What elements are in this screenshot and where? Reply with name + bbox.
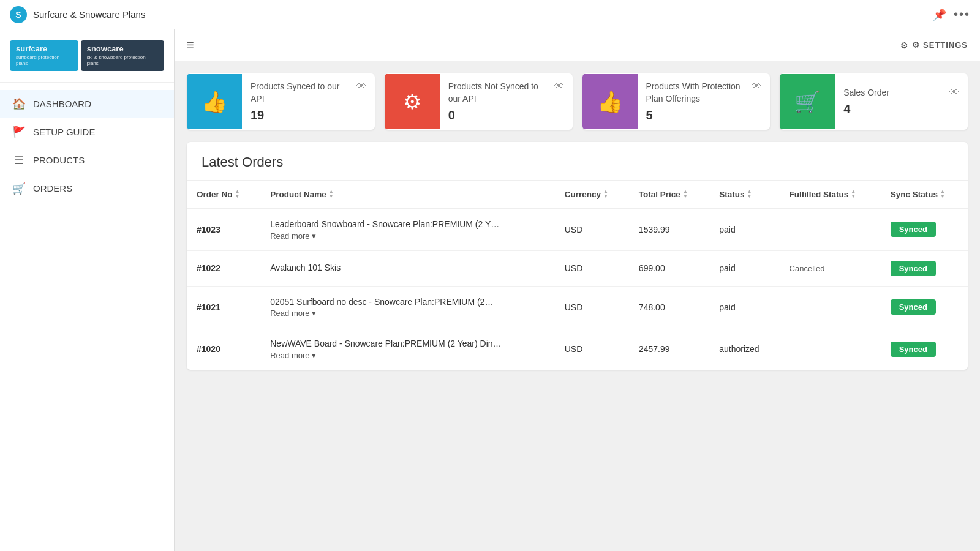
stat-value-not-synced: 0	[448, 108, 564, 122]
top-bar: S Surfcare & Snowcare Plans 📌 •••	[0, 0, 980, 29]
brand-logos: surfcare surfboard protection plans snow…	[10, 40, 164, 71]
cell-currency-0: USD	[555, 208, 629, 250]
cell-fulfilled-3	[780, 328, 881, 370]
orders-icon: 🛒	[12, 182, 26, 195]
table-row: #1020 NewWAVE Board - Snowcare Plan:PREM…	[187, 328, 968, 370]
sort-icon-fulfilled: ▲▼	[851, 189, 856, 199]
cell-fulfilled-2	[780, 286, 881, 328]
setup-guide-icon: 🚩	[12, 126, 26, 139]
pin-icon[interactable]: 📌	[933, 8, 946, 21]
cell-status-0: paid	[709, 208, 779, 250]
app-logo: S	[10, 6, 27, 23]
table-row: #1023 Leaderboard Snowboard - Snowcare P…	[187, 208, 968, 250]
stat-title-protection: Products With Protection Plan Offerings	[646, 81, 748, 105]
main-layout: surfcare surfboard protection plans snow…	[0, 29, 980, 551]
eye-icon-synced[interactable]: 👁	[356, 81, 366, 92]
sidebar-item-label-products: PRODUCTS	[33, 155, 85, 165]
read-more-link-0[interactable]: Read more ▾	[270, 231, 316, 241]
cell-sync-status-3: Synced	[881, 328, 968, 370]
table-header-row: Order No ▲▼ Product Name ▲▼	[187, 181, 968, 208]
surfcare-logo: surfcare surfboard protection plans	[10, 40, 78, 71]
more-menu-icon[interactable]: •••	[954, 7, 970, 21]
stat-icon-synced: 👍	[187, 74, 242, 129]
cell-currency-2: USD	[555, 286, 629, 328]
cell-product-name-3: NewWAVE Board - Snowcare Plan:PREMIUM (2…	[260, 328, 554, 370]
cell-sync-status-2: Synced	[881, 286, 968, 328]
sidebar-item-products[interactable]: ☰ PRODUCTS	[0, 146, 174, 174]
top-bar-actions: 📌 •••	[933, 7, 970, 21]
stat-title-not-synced: Products Not Synced to our API	[448, 81, 551, 105]
stat-card-not-synced: ⚙ Products Not Synced to our API 👁 0	[385, 73, 573, 130]
synced-badge-3: Synced	[891, 342, 936, 357]
snowcare-logo: snowcare ski & snowboard protection plan…	[81, 40, 164, 71]
synced-badge-0: Synced	[891, 222, 936, 237]
cell-status-1: paid	[709, 250, 779, 286]
sort-icon-product: ▲▼	[329, 189, 334, 199]
app-title: Surfcare & Snowcare Plans	[33, 9, 933, 20]
sidebar-item-orders[interactable]: 🛒 ORDERS	[0, 174, 174, 203]
synced-badge-1: Synced	[891, 261, 936, 276]
hamburger-icon[interactable]: ≡	[187, 38, 194, 52]
products-icon: ☰	[12, 154, 26, 167]
synced-badge-2: Synced	[891, 299, 936, 315]
cell-currency-1: USD	[555, 250, 629, 286]
cell-total-price-3: 2457.99	[629, 328, 709, 370]
sort-icon-order-no: ▲▼	[235, 189, 240, 199]
sort-icon-price: ▲▼	[683, 189, 688, 199]
stat-title-synced: Products Synced to our API	[251, 81, 353, 105]
stats-cards: 👍 Products Synced to our API 👁 19 ⚙ Prod	[175, 61, 980, 142]
stat-card-protection: 👍 Products With Protection Plan Offering…	[582, 73, 771, 130]
cell-status-3: authorized	[709, 328, 779, 370]
stat-title-sales: Sales Order	[843, 87, 946, 99]
cell-total-price-0: 1539.99	[629, 208, 709, 250]
cell-total-price-1: 699.00	[629, 250, 709, 286]
stat-icon-sales-order: 🛒	[780, 74, 835, 129]
stat-card-synced: 👍 Products Synced to our API 👁 19	[187, 73, 375, 130]
sort-icon-currency: ▲▼	[603, 189, 608, 199]
col-sync-status[interactable]: Sync Status ▲▼	[881, 181, 968, 208]
sidebar-item-dashboard[interactable]: 🏠 DASHBOARD	[0, 90, 174, 118]
stat-value-sales: 4	[843, 102, 959, 116]
dashboard-icon: 🏠	[12, 97, 26, 111]
content-header: ≡ ⚙ ⚙ SETTINGS	[175, 29, 980, 61]
stat-value-synced: 19	[251, 108, 366, 122]
col-fulfilled-status[interactable]: Fulfilled Status ▲▼	[780, 181, 881, 208]
sort-icon-sync: ▲▼	[940, 189, 945, 199]
cell-fulfilled-1: Cancelled	[780, 250, 881, 286]
table-row: #1021 02051 Surfboard no desc - Snowcare…	[187, 286, 968, 328]
eye-icon-sales[interactable]: 👁	[949, 87, 959, 98]
eye-icon-protection[interactable]: 👁	[752, 81, 761, 92]
sidebar-item-label-orders: ORDERS	[33, 183, 72, 193]
thumbs-up-icon-synced: 👍	[202, 89, 227, 114]
col-total-price[interactable]: Total Price ▲▼	[629, 181, 709, 208]
cell-currency-3: USD	[555, 328, 629, 370]
col-status[interactable]: Status ▲▼	[709, 181, 779, 208]
cell-fulfilled-0	[780, 208, 881, 250]
cart-icon-sales: 🛒	[794, 89, 820, 114]
read-more-link-2[interactable]: Read more ▾	[270, 309, 316, 318]
table-row: #1022 Avalanch 101 Skis USD 699.00 paid …	[187, 250, 968, 286]
col-order-no[interactable]: Order No ▲▼	[187, 181, 260, 208]
sidebar-logo-area: surfcare surfboard protection plans snow…	[0, 29, 174, 83]
cell-sync-status-0: Synced	[881, 208, 968, 250]
read-more-link-3[interactable]: Read more ▾	[270, 351, 316, 360]
thumbs-up-icon-protection: 👍	[597, 89, 623, 114]
cell-order-no-0: #1023	[187, 208, 260, 250]
sidebar-item-setup-guide[interactable]: 🚩 SETUP GUIDE	[0, 118, 174, 146]
stat-icon-protection: 👍	[582, 74, 638, 129]
sidebar-nav: 🏠 DASHBOARD 🚩 SETUP GUIDE ☰ PRODUCTS 🛒 O…	[0, 83, 174, 210]
orders-section: Latest Orders Order No ▲▼ Product Name	[187, 142, 968, 370]
stat-card-sales-order: 🛒 Sales Order 👁 4	[780, 73, 968, 130]
cell-order-no-2: #1021	[187, 286, 260, 328]
sidebar-item-label-dashboard: DASHBOARD	[33, 99, 91, 109]
cell-sync-status-1: Synced	[881, 250, 968, 286]
cell-total-price-2: 748.00	[629, 286, 709, 328]
col-product-name[interactable]: Product Name ▲▼	[260, 181, 554, 208]
sidebar: surfcare surfboard protection plans snow…	[0, 29, 175, 551]
settings-button[interactable]: ⚙ ⚙ SETTINGS	[900, 40, 968, 50]
main-content: ≡ ⚙ ⚙ SETTINGS 👍 Products Synced to our …	[175, 29, 980, 551]
col-currency[interactable]: Currency ▲▼	[555, 181, 629, 208]
eye-icon-not-synced[interactable]: 👁	[554, 81, 564, 92]
orders-section-title: Latest Orders	[187, 142, 968, 181]
stat-value-protection: 5	[646, 108, 762, 122]
